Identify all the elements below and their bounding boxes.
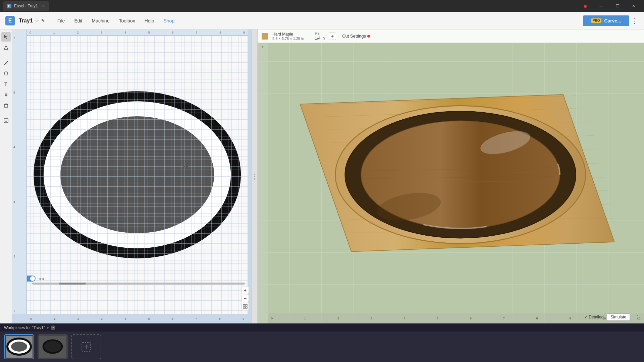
ruler-mark-7: 7 — [13, 36, 25, 40]
nav-machine[interactable]: Machine — [87, 12, 114, 29]
design-panel: 7 5 4 3 2 1 — [12, 29, 252, 323]
tab-favicon: E — [7, 4, 11, 8]
preview-footer: ✓ Detailed Simulate ⋮ — [584, 313, 640, 321]
panel-divider[interactable] — [252, 29, 258, 323]
material-swatch — [262, 33, 268, 40]
preview-more-button[interactable]: ⋮ — [635, 314, 640, 320]
svg-marker-4 — [4, 46, 8, 50]
nav-toolbox[interactable]: Toolbox — [114, 12, 140, 29]
material-dims: 9.5 × 5.75 × 1.25 in — [272, 37, 304, 41]
cut-settings-button[interactable]: Cut Settings — [340, 33, 372, 39]
simulate-button[interactable]: Simulate — [607, 313, 630, 321]
text-tool-button[interactable]: T — [1, 79, 11, 89]
circle-tool-button[interactable] — [1, 69, 11, 78]
carve-label: Carve... — [604, 18, 621, 23]
nav-shop[interactable]: Shop — [159, 12, 179, 29]
ruler-mark-2: 2 — [13, 255, 25, 258]
ruler-left: 7 5 4 3 2 1 — [12, 29, 27, 314]
workpiece-1-thumb[interactable] — [4, 334, 34, 359]
bit-info: Bit: 1/4 in — [315, 32, 325, 41]
ruler-mark-1: 1 — [13, 309, 25, 313]
svg-rect-15 — [246, 304, 247, 306]
tool-divider-2 — [2, 113, 10, 113]
cut-settings-alert-dot — [367, 35, 370, 38]
svg-rect-10 — [4, 105, 8, 107]
select-tool-button[interactable] — [1, 32, 11, 42]
divider-dot-3 — [254, 178, 255, 180]
material-info: Hard Maple 9.5 × 5.75 × 1.25 in — [272, 32, 304, 41]
ruler-mark-4: 4 — [13, 145, 25, 149]
add-workpiece-button[interactable] — [71, 334, 101, 359]
main-toolbar: E Tray1 ☆ ✎ File Edit Machine Toolbox He… — [0, 12, 644, 29]
material-name: Hard Maple — [272, 32, 304, 37]
toggle-knob — [30, 276, 35, 281]
workpieces-list — [0, 331, 644, 362]
detailed-checkbox[interactable]: ✓ Detailed — [584, 315, 603, 319]
preview-top-bar: Hard Maple 9.5 × 5.75 × 1.25 in Bit: 1/4… — [258, 29, 644, 43]
more-options-button[interactable]: ⋮ — [629, 15, 640, 26]
main-content: T 7 5 4 3 — [0, 29, 644, 323]
canvas-grid — [27, 36, 248, 314]
divider-dot-1 — [254, 174, 255, 175]
nav-help[interactable]: Help — [140, 12, 159, 29]
carve-button[interactable]: PRO Carve... — [583, 15, 629, 26]
fit-to-screen-button[interactable] — [241, 303, 249, 310]
apps-tool-button[interactable] — [1, 90, 11, 100]
tool-divider-1 — [2, 55, 10, 55]
shapes-tool-button[interactable] — [1, 43, 11, 52]
nav-edit[interactable]: Edit — [69, 12, 87, 29]
browser-tab[interactable]: E Easel - Tray1 ✕ — [3, 1, 49, 11]
project-title-area: Tray1 ☆ ✎ — [19, 18, 45, 24]
svg-rect-17 — [246, 307, 247, 308]
app-container: E Tray1 ☆ ✎ File Edit Machine Toolbox He… — [0, 12, 644, 362]
tray-3d-visualization — [274, 46, 627, 297]
edit-project-name-icon[interactable]: ✎ — [41, 18, 45, 23]
workpieces-dropdown-icon[interactable]: ▾ — [47, 326, 49, 330]
zoom-in-button[interactable]: + — [241, 287, 249, 294]
box-tool-button[interactable] — [1, 101, 11, 110]
project-name: Tray1 — [19, 18, 33, 24]
preview-panel: 7 Hard Maple 9.5 × 5.75 × 1.25 in Bit: 1… — [258, 29, 644, 323]
svg-rect-14 — [243, 304, 245, 306]
import-tool-button[interactable] — [1, 116, 11, 125]
minimize-button[interactable]: — — [594, 0, 609, 12]
pen-tool-button[interactable] — [1, 58, 11, 67]
scrollbar-thumb[interactable] — [59, 283, 86, 285]
unit-mm-label: mm — [38, 277, 44, 281]
svg-point-42 — [11, 342, 27, 352]
svg-point-44 — [43, 340, 62, 353]
restore-button[interactable]: ❐ — [610, 0, 625, 12]
zoom-out-button[interactable]: − — [241, 295, 249, 302]
svg-point-5 — [4, 72, 8, 75]
workpiece-2-thumb[interactable] — [38, 334, 68, 359]
workpieces-help-icon[interactable]: ? — [51, 325, 55, 330]
ruler-mark-5: 5 — [13, 91, 25, 94]
canvas-area[interactable]: 7 5 4 3 2 1 — [12, 29, 252, 323]
workpiece-1-preview — [6, 336, 33, 358]
ruler-mark-3: 3 — [13, 200, 25, 203]
svg-point-7 — [5, 94, 7, 96]
svg-text:E: E — [8, 4, 10, 8]
workpieces-header: Workpieces for "Tray1" ▾ ? — [0, 324, 644, 331]
ruler-top: 0 1 2 3 4 5 6 7 8 9 — [27, 29, 248, 36]
svg-text:E: E — [8, 18, 12, 23]
cut-settings-label: Cut Settings — [342, 34, 366, 39]
app-logo: E — [4, 15, 16, 27]
star-icon[interactable]: ☆ — [35, 18, 39, 23]
bottom-section: Workpieces for "Tray1" ▾ ? — [0, 323, 644, 362]
pro-badge: PRO — [591, 18, 602, 23]
preview-ruler-left: 7 — [258, 43, 268, 323]
screen-record-button[interactable]: ⏺ — [578, 0, 593, 12]
svg-rect-16 — [243, 307, 245, 308]
horizontal-scrollbar[interactable] — [32, 283, 245, 285]
browser-chrome: E Easel - Tray1 ✕ + ⏺ — ❐ ✕ — [0, 0, 644, 12]
tab-close-button[interactable]: ✕ — [42, 4, 45, 8]
close-button[interactable]: ✕ — [626, 0, 641, 12]
detailed-label: ✓ Detailed — [584, 315, 603, 319]
new-tab-button[interactable]: + — [51, 2, 59, 10]
nav-menu: File Edit Machine Toolbox Help Shop — [53, 12, 179, 29]
nav-file[interactable]: File — [53, 12, 70, 29]
bit-value: 1/4 in — [315, 36, 325, 41]
add-bit-button[interactable]: + — [329, 33, 336, 40]
zoom-controls: + − — [241, 287, 249, 310]
